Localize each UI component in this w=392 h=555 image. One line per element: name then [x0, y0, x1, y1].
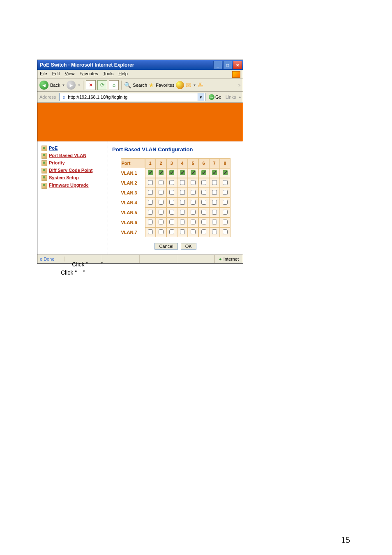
address-dropdown-icon[interactable]: ▾	[198, 93, 204, 101]
close-button[interactable]: ✕	[233, 61, 242, 69]
ok-button[interactable]: OK	[181, 243, 196, 250]
vlan-checkbox[interactable]	[148, 229, 153, 234]
vlan-checkbox[interactable]	[223, 180, 228, 185]
vlan-checkbox[interactable]	[159, 210, 164, 215]
menu-edit[interactable]: Edit	[52, 71, 60, 78]
vlan-checkbox[interactable]	[212, 200, 217, 205]
bullet-icon	[42, 168, 47, 173]
vlan-checkbox[interactable]	[223, 170, 228, 175]
refresh-button[interactable]: ⟳	[97, 80, 107, 90]
sidebar-item-port-based-vlan[interactable]: Port Based VLAN	[42, 153, 105, 159]
vlan-row-label: VLAN.4	[121, 198, 145, 208]
vlan-checkbox[interactable]	[180, 200, 185, 205]
print-button[interactable]: 🖶	[198, 82, 203, 88]
menu-tools[interactable]: Tools	[103, 71, 114, 78]
search-button[interactable]: Search	[133, 83, 147, 88]
sidebar-item-poe[interactable]: PoE	[42, 146, 105, 151]
vlan-checkbox[interactable]	[212, 210, 217, 215]
vlan-checkbox[interactable]	[159, 180, 164, 185]
sidebar-item-firmware-upgrade[interactable]: Firmware Upgrade	[42, 183, 105, 188]
vlan-checkbox[interactable]	[201, 200, 206, 205]
sidebar-item-diff-serv[interactable]: Diff Serv Code Point	[42, 168, 105, 173]
vlan-checkbox[interactable]	[169, 200, 174, 205]
vlan-checkbox[interactable]	[169, 210, 174, 215]
vlan-checkbox[interactable]	[180, 170, 185, 175]
go-button[interactable]: →Go	[209, 94, 221, 100]
favorites-button[interactable]: Favorites	[156, 83, 174, 88]
vlan-checkbox[interactable]	[223, 210, 228, 215]
vlan-checkbox[interactable]	[169, 229, 174, 234]
page-content: PoE Port Based VLAN Priority Diff Serv C…	[37, 103, 243, 254]
vlan-checkbox[interactable]	[201, 190, 206, 195]
vlan-checkbox[interactable]	[148, 220, 153, 224]
vlan-checkbox[interactable]	[212, 220, 217, 224]
vlan-checkbox[interactable]	[212, 229, 217, 234]
vlan-checkbox[interactable]	[191, 220, 196, 224]
menu-file[interactable]: File	[40, 71, 47, 78]
home-button[interactable]: ⌂	[109, 80, 119, 90]
vlan-table: Port 1 2 3 4 5 6 7 8 VLAN.1VLAN.2VLAN.3V…	[121, 158, 231, 237]
vlan-checkbox[interactable]	[223, 200, 228, 205]
vlan-checkbox[interactable]	[159, 229, 164, 234]
vlan-checkbox[interactable]	[148, 200, 153, 205]
caption: Click “ ” Click “ ”	[61, 261, 103, 278]
vlan-checkbox[interactable]	[148, 210, 153, 215]
forward-button[interactable]: ►	[67, 81, 76, 90]
forward-dropdown-icon[interactable]: ▼	[77, 83, 81, 87]
vlan-checkbox[interactable]	[159, 190, 164, 195]
vlan-checkbox[interactable]	[159, 170, 164, 175]
back-dropdown-icon[interactable]: ▼	[62, 83, 65, 87]
vlan-checkbox[interactable]	[212, 190, 217, 195]
vlan-checkbox[interactable]	[201, 220, 206, 224]
vlan-checkbox[interactable]	[191, 190, 196, 195]
vlan-checkbox[interactable]	[180, 180, 185, 185]
mail-button[interactable]: ✉	[186, 81, 191, 89]
vlan-checkbox[interactable]	[148, 180, 153, 185]
cancel-button[interactable]: Cancel	[154, 243, 178, 250]
col-4: 4	[177, 158, 188, 168]
vlan-checkbox[interactable]	[180, 220, 185, 224]
vlan-checkbox[interactable]	[223, 190, 228, 195]
sidebar-item-priority[interactable]: Priority	[42, 160, 105, 166]
vlan-checkbox[interactable]	[169, 170, 174, 175]
vlan-checkbox[interactable]	[201, 170, 206, 175]
vlan-checkbox[interactable]	[191, 229, 196, 234]
vlan-checkbox[interactable]	[223, 220, 228, 224]
vlan-checkbox[interactable]	[223, 229, 228, 234]
links-label[interactable]: Links	[226, 95, 236, 99]
vlan-checkbox[interactable]	[148, 170, 153, 175]
vlan-checkbox[interactable]	[201, 229, 206, 234]
vlan-checkbox[interactable]	[191, 210, 196, 215]
vlan-checkbox[interactable]	[191, 170, 196, 175]
back-button[interactable]: ◄	[39, 81, 48, 90]
history-button[interactable]	[176, 81, 184, 89]
links-overflow-icon[interactable]: »	[238, 95, 241, 99]
vlan-checkbox[interactable]	[159, 200, 164, 205]
vlan-checkbox[interactable]	[169, 220, 174, 224]
sidebar-item-system-setup[interactable]: System Setup	[42, 175, 105, 181]
vlan-checkbox[interactable]	[180, 210, 185, 215]
stop-button[interactable]: ✕	[86, 80, 96, 90]
vlan-checkbox[interactable]	[169, 190, 174, 195]
minimize-button[interactable]: _	[213, 61, 222, 69]
vlan-checkbox[interactable]	[180, 229, 185, 234]
address-input[interactable]: e http://192.168.1.10/tgi/login.tgi ▾	[59, 93, 205, 101]
vlan-checkbox[interactable]	[191, 200, 196, 205]
vlan-checkbox[interactable]	[201, 210, 206, 215]
vlan-checkbox[interactable]	[169, 180, 174, 185]
vlan-checkbox[interactable]	[180, 190, 185, 195]
bullet-icon	[42, 146, 47, 151]
vlan-checkbox[interactable]	[159, 220, 164, 224]
mail-dropdown-icon[interactable]: ▼	[193, 83, 196, 87]
vlan-checkbox[interactable]	[212, 180, 217, 185]
toolbar-overflow-icon[interactable]: »	[238, 83, 240, 88]
vlan-checkbox[interactable]	[201, 180, 206, 185]
menu-help[interactable]: Help	[118, 71, 128, 78]
menu-favorites[interactable]: Favorites	[79, 71, 98, 78]
vlan-checkbox[interactable]	[212, 170, 217, 175]
maximize-button[interactable]: □	[223, 61, 232, 69]
vlan-checkbox[interactable]	[191, 180, 196, 185]
menu-view[interactable]: View	[65, 71, 75, 78]
vlan-checkbox[interactable]	[148, 190, 153, 195]
status-zone: ●Internet	[215, 257, 243, 261]
